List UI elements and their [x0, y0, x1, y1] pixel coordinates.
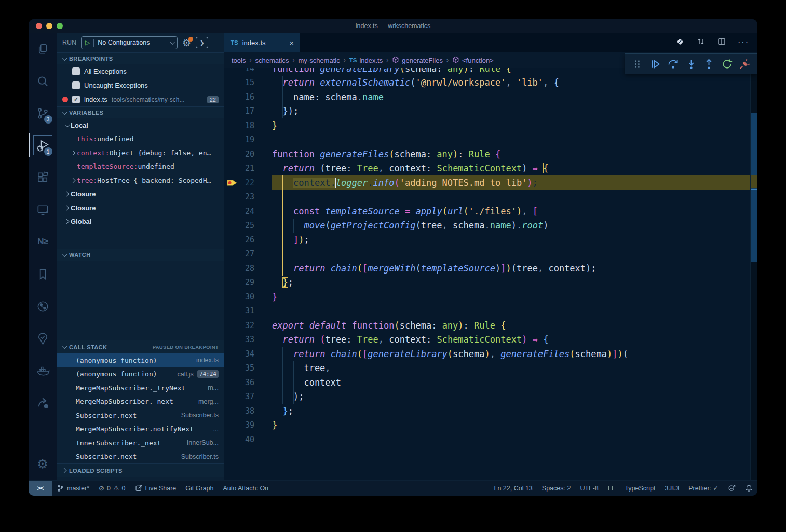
call-stack-frame[interactable]: MergeMapSubscriber.notifyNext... [57, 422, 224, 436]
start-debug-icon[interactable]: ▷ [85, 39, 90, 46]
gutter[interactable]: 26 [224, 233, 272, 247]
gutter[interactable]: 24 [224, 204, 272, 219]
status-item-auto-attach-on[interactable]: Auto Attach: On [219, 481, 274, 496]
gutter[interactable]: 20 [224, 147, 272, 161]
more-actions-icon[interactable]: ··· [738, 38, 749, 47]
zoom-window-button[interactable] [57, 23, 63, 29]
call-stack-frame[interactable]: (anonymous function)index.ts [57, 353, 224, 367]
code-editor[interactable]: 14function generateLibrary(schema: any):… [224, 68, 757, 480]
close-tab-icon[interactable]: × [289, 38, 294, 47]
gutter[interactable]: 19 [224, 133, 272, 147]
gutter[interactable]: 23 [224, 190, 272, 204]
checkbox-unchecked[interactable] [72, 81, 80, 89]
code-line[interactable]: 21 return (tree: Tree, context: Schemati… [224, 161, 757, 176]
sidebar-item-run-debug[interactable]: 1 [29, 129, 57, 161]
gutter[interactable]: 33 [224, 333, 272, 347]
variable-row[interactable]: context: Object {debug: false, en… [57, 146, 224, 160]
sidebar-item-docker[interactable] [29, 354, 57, 387]
watch-section-header[interactable]: WATCH [57, 249, 224, 261]
call-stack-frame[interactable]: Subscriber.nextSubscriber.ts [57, 450, 224, 464]
code-line[interactable]: 32export default function(schema: any): … [224, 318, 757, 333]
code-line[interactable]: 30} [224, 290, 757, 304]
call-stack-frame[interactable]: MergeMapSubscriber._nextmerg... [57, 395, 224, 409]
gutter[interactable]: 29 [224, 276, 272, 290]
variables-section-header[interactable]: VARIABLES [57, 106, 224, 118]
code-line[interactable]: 15 return externalSchematic('@nrwl/works… [224, 76, 757, 90]
code-line[interactable]: 24 const templateSource = apply(url('./f… [224, 204, 757, 219]
open-changes-icon[interactable] [675, 37, 685, 48]
sidebar-item-extensions[interactable] [29, 161, 57, 194]
notifications-bell-icon[interactable] [740, 481, 757, 496]
sidebar-item-settings[interactable]: ⚙ [29, 448, 57, 480]
status-item-typescript[interactable]: TypeScript [620, 481, 660, 496]
gutter[interactable]: 39 [224, 418, 272, 433]
variable-row[interactable]: this: undefined [57, 132, 224, 146]
minimize-window-button[interactable] [46, 23, 52, 29]
code-line[interactable]: 36 context [224, 375, 757, 390]
gutter[interactable]: 27 [224, 247, 272, 262]
debug-console-button[interactable]: ❯ [196, 37, 208, 48]
checkbox-checked[interactable]: ✓ [72, 96, 80, 103]
remote-indicator[interactable]: >< [29, 481, 52, 496]
code-line[interactable]: 17 }); [224, 104, 757, 119]
code-line[interactable]: 33 return (tree: Tree, context: Schemati… [224, 333, 757, 347]
breadcrumb-item[interactable]: schematics [255, 57, 289, 64]
gutter[interactable]: 32 [224, 318, 272, 333]
call-stack-section-header[interactable]: CALL STACK PAUSED ON BREAKPOINT [57, 340, 224, 353]
sidebar-item-testing[interactable] [29, 322, 57, 354]
close-window-button[interactable] [36, 23, 42, 29]
code-line[interactable]: 20function generateFiles(schema: any): R… [224, 147, 757, 161]
call-stack-frame[interactable]: InnerSubscriber._nextInnerSub... [57, 436, 224, 450]
code-line[interactable]: 40 [224, 432, 757, 447]
code-line[interactable]: 25 move(getProjectConfig(tree, schema.na… [224, 219, 757, 233]
variables-scope-row[interactable]: Closure [57, 187, 224, 201]
gutter[interactable]: 14 [224, 68, 272, 76]
variables-scope-row[interactable]: Closure [57, 201, 224, 215]
code-line[interactable]: 37 ); [224, 390, 757, 404]
status-item-ln-22-col-13[interactable]: Ln 22, Col 13 [489, 481, 537, 496]
breadcrumb-item[interactable]: TSindex.ts [349, 57, 383, 64]
breakpoint-row[interactable]: ✓index.tstools/schematics/my-sch...22 [57, 92, 224, 106]
status-item-check[interactable]: Prettier: ✓ [684, 481, 723, 496]
status-item-lf[interactable]: LF [603, 481, 620, 496]
code-line[interactable]: 26 ]); [224, 233, 757, 247]
breakpoints-section-header[interactable]: BREAKPOINTS [57, 52, 224, 64]
sidebar-item-search[interactable] [29, 65, 57, 97]
launch-config-dropdown[interactable]: ▷ No Configurations [81, 36, 178, 49]
title-bar[interactable]: index.ts — wrkschematics [29, 19, 757, 33]
compare-branches-icon[interactable] [696, 37, 706, 48]
gutter[interactable]: 22 [224, 175, 272, 190]
status-item-utf-8[interactable]: UTF-8 [575, 481, 603, 496]
checkbox-unchecked[interactable] [72, 67, 80, 75]
call-stack-frame[interactable]: Subscriber.nextSubscriber.ts [57, 408, 224, 422]
breakpoint-row[interactable]: Uncaught Exceptions [57, 78, 224, 92]
gutter[interactable]: 15 [224, 76, 272, 90]
status-item-problems[interactable]: ⊘0⚠0 [94, 481, 130, 496]
variable-row[interactable]: tree: HostTree {_backend: ScopedH… [57, 173, 224, 187]
gutter[interactable]: 30 [224, 290, 272, 304]
code-line[interactable]: 31 [224, 304, 757, 319]
gutter[interactable]: 25 [224, 219, 272, 233]
disconnect-icon[interactable] [739, 58, 751, 70]
status-item-spaces-2[interactable]: Spaces: 2 [537, 481, 576, 496]
variables-scope-row[interactable]: Global [57, 215, 224, 229]
gutter[interactable]: 18 [224, 118, 272, 133]
variables-scope-row[interactable]: Local [57, 118, 224, 132]
gutter[interactable]: 17 [224, 104, 272, 119]
breadcrumb-item[interactable]: my-schematic [299, 57, 340, 64]
gutter[interactable]: 16 [224, 90, 272, 104]
status-item-3-8-3[interactable]: 3.8.3 [660, 481, 684, 496]
gutter[interactable]: 28 [224, 261, 272, 276]
traffic-lights[interactable] [36, 23, 63, 29]
code-line[interactable]: 18} [224, 118, 757, 133]
editor-scrollbar[interactable] [750, 68, 757, 480]
code-line[interactable]: 22 context.logger.info('adding NOTES.md … [224, 175, 757, 190]
split-editor-icon[interactable] [717, 37, 726, 48]
call-stack-frame[interactable]: (anonymous function)call.js74:24 [57, 367, 224, 381]
sidebar-item-remote-explorer[interactable] [29, 194, 57, 226]
gutter[interactable]: 34 [224, 347, 272, 361]
step-over-icon[interactable] [667, 58, 679, 70]
code-line[interactable]: 38 }; [224, 404, 757, 418]
status-item-branch[interactable]: master* [52, 481, 94, 496]
configure-gear-button[interactable]: ⚙ [182, 38, 191, 48]
